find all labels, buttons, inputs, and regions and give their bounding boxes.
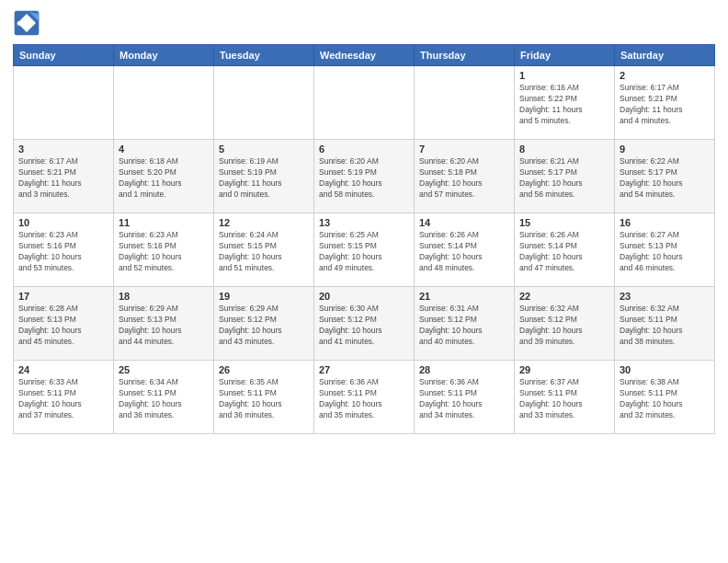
weekday-header-friday: Friday xyxy=(515,45,615,66)
day-cell: 5Sunrise: 6:19 AM Sunset: 5:19 PM Daylig… xyxy=(214,140,314,213)
day-cell: 26Sunrise: 6:35 AM Sunset: 5:11 PM Dayli… xyxy=(214,361,314,434)
day-info: Sunrise: 6:31 AM Sunset: 5:12 PM Dayligh… xyxy=(419,304,509,348)
day-cell: 22Sunrise: 6:32 AM Sunset: 5:12 PM Dayli… xyxy=(515,287,615,361)
day-cell: 27Sunrise: 6:36 AM Sunset: 5:11 PM Dayli… xyxy=(314,361,415,434)
weekday-header-thursday: Thursday xyxy=(415,45,515,66)
day-info: Sunrise: 6:20 AM Sunset: 5:18 PM Dayligh… xyxy=(419,156,509,201)
day-number: 3 xyxy=(18,144,108,155)
day-info: Sunrise: 6:25 AM Sunset: 5:15 PM Dayligh… xyxy=(319,230,409,274)
weekday-header-saturday: Saturday xyxy=(615,45,715,66)
day-info: Sunrise: 6:36 AM Sunset: 5:11 PM Dayligh… xyxy=(319,377,409,421)
svg-text:G: G xyxy=(17,19,22,28)
calendar-body: 1Sunrise: 6:16 AM Sunset: 5:22 PM Daylig… xyxy=(14,66,715,434)
day-cell: 23Sunrise: 6:32 AM Sunset: 5:11 PM Dayli… xyxy=(615,287,715,361)
day-number: 27 xyxy=(319,364,409,375)
weekday-header-sunday: Sunday xyxy=(14,45,114,66)
day-cell: 12Sunrise: 6:24 AM Sunset: 5:15 PM Dayli… xyxy=(214,213,314,287)
day-cell: 3Sunrise: 6:17 AM Sunset: 5:21 PM Daylig… xyxy=(14,140,114,213)
day-info: Sunrise: 6:36 AM Sunset: 5:11 PM Dayligh… xyxy=(419,377,509,421)
day-number: 22 xyxy=(519,291,609,302)
day-info: Sunrise: 6:32 AM Sunset: 5:12 PM Dayligh… xyxy=(519,304,609,348)
header: G xyxy=(13,9,715,37)
day-info: Sunrise: 6:32 AM Sunset: 5:11 PM Dayligh… xyxy=(620,304,710,348)
day-info: Sunrise: 6:17 AM Sunset: 5:21 PM Dayligh… xyxy=(620,83,710,127)
day-info: Sunrise: 6:16 AM Sunset: 5:22 PM Dayligh… xyxy=(519,83,609,127)
day-cell: 21Sunrise: 6:31 AM Sunset: 5:12 PM Dayli… xyxy=(415,287,515,361)
week-row-0: 1Sunrise: 6:16 AM Sunset: 5:22 PM Daylig… xyxy=(14,66,715,140)
day-cell: 19Sunrise: 6:29 AM Sunset: 5:12 PM Dayli… xyxy=(214,287,314,361)
weekday-header-wednesday: Wednesday xyxy=(314,45,415,66)
day-info: Sunrise: 6:37 AM Sunset: 5:11 PM Dayligh… xyxy=(519,377,609,421)
day-info: Sunrise: 6:27 AM Sunset: 5:13 PM Dayligh… xyxy=(620,230,710,274)
week-row-3: 17Sunrise: 6:28 AM Sunset: 5:13 PM Dayli… xyxy=(14,287,715,361)
calendar-header: SundayMondayTuesdayWednesdayThursdayFrid… xyxy=(14,45,715,66)
day-number: 14 xyxy=(419,217,509,228)
week-row-2: 10Sunrise: 6:23 AM Sunset: 5:16 PM Dayli… xyxy=(14,213,715,287)
day-cell: 1Sunrise: 6:16 AM Sunset: 5:22 PM Daylig… xyxy=(515,66,615,140)
day-cell: 17Sunrise: 6:28 AM Sunset: 5:13 PM Dayli… xyxy=(14,287,114,361)
day-info: Sunrise: 6:26 AM Sunset: 5:14 PM Dayligh… xyxy=(419,230,509,274)
logo: G xyxy=(13,9,44,37)
day-cell: 4Sunrise: 6:18 AM Sunset: 5:20 PM Daylig… xyxy=(114,140,214,213)
day-number: 19 xyxy=(219,291,309,302)
day-number: 1 xyxy=(519,70,609,81)
day-cell: 6Sunrise: 6:20 AM Sunset: 5:19 PM Daylig… xyxy=(314,140,415,213)
day-cell: 2Sunrise: 6:17 AM Sunset: 5:21 PM Daylig… xyxy=(615,66,715,140)
day-info: Sunrise: 6:23 AM Sunset: 5:16 PM Dayligh… xyxy=(18,230,108,274)
day-number: 25 xyxy=(119,364,209,375)
day-number: 12 xyxy=(219,217,309,228)
day-cell xyxy=(114,66,214,140)
day-cell: 16Sunrise: 6:27 AM Sunset: 5:13 PM Dayli… xyxy=(615,213,715,287)
page: G SundayMondayTuesdayWednesdayThursdayFr… xyxy=(0,0,728,563)
weekday-header-tuesday: Tuesday xyxy=(214,45,314,66)
day-info: Sunrise: 6:29 AM Sunset: 5:13 PM Dayligh… xyxy=(119,304,209,348)
day-number: 5 xyxy=(219,144,309,155)
day-info: Sunrise: 6:28 AM Sunset: 5:13 PM Dayligh… xyxy=(18,304,108,348)
day-number: 4 xyxy=(119,144,209,155)
day-number: 2 xyxy=(620,70,710,81)
day-cell: 25Sunrise: 6:34 AM Sunset: 5:11 PM Dayli… xyxy=(114,361,214,434)
day-cell: 8Sunrise: 6:21 AM Sunset: 5:17 PM Daylig… xyxy=(515,140,615,213)
day-number: 6 xyxy=(319,144,409,155)
day-cell: 28Sunrise: 6:36 AM Sunset: 5:11 PM Dayli… xyxy=(415,361,515,434)
day-cell: 9Sunrise: 6:22 AM Sunset: 5:17 PM Daylig… xyxy=(615,140,715,213)
week-row-1: 3Sunrise: 6:17 AM Sunset: 5:21 PM Daylig… xyxy=(14,140,715,213)
day-cell xyxy=(14,66,114,140)
day-cell xyxy=(415,66,515,140)
day-info: Sunrise: 6:38 AM Sunset: 5:11 PM Dayligh… xyxy=(620,377,710,421)
day-number: 17 xyxy=(18,291,108,302)
day-number: 10 xyxy=(18,217,108,228)
day-cell: 20Sunrise: 6:30 AM Sunset: 5:12 PM Dayli… xyxy=(314,287,415,361)
day-info: Sunrise: 6:29 AM Sunset: 5:12 PM Dayligh… xyxy=(219,304,309,348)
day-cell: 13Sunrise: 6:25 AM Sunset: 5:15 PM Dayli… xyxy=(314,213,415,287)
day-number: 26 xyxy=(219,364,309,375)
day-number: 16 xyxy=(620,217,710,228)
day-info: Sunrise: 6:26 AM Sunset: 5:14 PM Dayligh… xyxy=(519,230,609,274)
day-number: 15 xyxy=(519,217,609,228)
day-number: 9 xyxy=(620,144,710,155)
day-number: 7 xyxy=(419,144,509,155)
day-number: 30 xyxy=(620,364,710,375)
day-info: Sunrise: 6:34 AM Sunset: 5:11 PM Dayligh… xyxy=(119,377,209,421)
day-cell: 29Sunrise: 6:37 AM Sunset: 5:11 PM Dayli… xyxy=(515,361,615,434)
day-number: 24 xyxy=(18,364,108,375)
day-info: Sunrise: 6:30 AM Sunset: 5:12 PM Dayligh… xyxy=(319,304,409,348)
day-cell: 18Sunrise: 6:29 AM Sunset: 5:13 PM Dayli… xyxy=(114,287,214,361)
weekday-header-monday: Monday xyxy=(114,45,214,66)
weekday-row: SundayMondayTuesdayWednesdayThursdayFrid… xyxy=(14,45,715,66)
day-info: Sunrise: 6:19 AM Sunset: 5:19 PM Dayligh… xyxy=(219,156,309,201)
day-cell: 30Sunrise: 6:38 AM Sunset: 5:11 PM Dayli… xyxy=(615,361,715,434)
week-row-4: 24Sunrise: 6:33 AM Sunset: 5:11 PM Dayli… xyxy=(14,361,715,434)
day-number: 29 xyxy=(519,364,609,375)
day-number: 28 xyxy=(419,364,509,375)
day-info: Sunrise: 6:20 AM Sunset: 5:19 PM Dayligh… xyxy=(319,156,409,201)
day-info: Sunrise: 6:18 AM Sunset: 5:20 PM Dayligh… xyxy=(119,156,209,201)
day-info: Sunrise: 6:21 AM Sunset: 5:17 PM Dayligh… xyxy=(519,156,609,201)
day-number: 11 xyxy=(119,217,209,228)
day-cell: 14Sunrise: 6:26 AM Sunset: 5:14 PM Dayli… xyxy=(415,213,515,287)
day-cell: 15Sunrise: 6:26 AM Sunset: 5:14 PM Dayli… xyxy=(515,213,615,287)
day-cell: 24Sunrise: 6:33 AM Sunset: 5:11 PM Dayli… xyxy=(14,361,114,434)
day-cell: 11Sunrise: 6:23 AM Sunset: 5:16 PM Dayli… xyxy=(114,213,214,287)
day-info: Sunrise: 6:33 AM Sunset: 5:11 PM Dayligh… xyxy=(18,377,108,421)
day-number: 8 xyxy=(519,144,609,155)
